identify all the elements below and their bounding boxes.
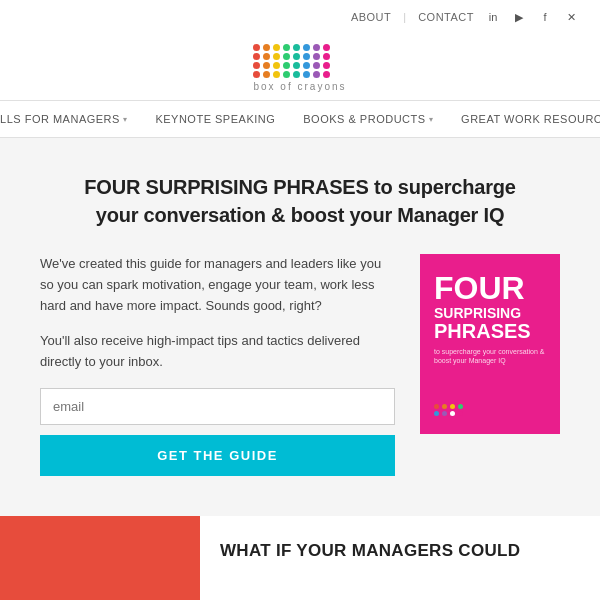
nav-coaching[interactable]: COACHING SKILLS FOR MANAGERS ▾ [0,101,141,137]
logo-dot [283,44,290,51]
top-bar-links: ABOUT | CONTACT [351,11,474,23]
logo-dot [293,53,300,60]
book-cover: FOUR SURPRISING PHRASES to supercharge y… [420,254,560,434]
social-icons: in ▶ f ✕ [484,8,580,26]
chevron-down-icon: ▾ [123,115,128,124]
logo-dot [293,71,300,78]
logo-dot [323,71,330,78]
logo-dot [253,62,260,69]
bottom-right: WHAT IF YOUR MANAGERS COULD [200,516,600,600]
logo-dot [283,53,290,60]
hero-desc2: You'll also receive high-impact tips and… [40,331,395,373]
logo-dot [273,62,280,69]
logo-dot [273,44,280,51]
logo-dots [253,44,346,78]
logo-dot [253,53,260,60]
logo-dot [283,62,290,69]
book-title-surprising: SURPRISING [434,306,546,321]
hero-section: FOUR SURPRISING PHRASES to supercharge y… [0,138,600,516]
logo-dot [313,71,320,78]
email-input[interactable] [40,388,395,425]
twitter-icon[interactable]: ✕ [562,8,580,26]
top-bar: ABOUT | CONTACT in ▶ f ✕ [0,0,600,34]
book-title-four: FOUR [434,272,546,304]
logo-dot [253,71,260,78]
logo-dot [263,71,270,78]
logo-dot [303,53,310,60]
book-subtitle: to supercharge your conversation & boost… [434,347,546,365]
logo-dot [323,44,330,51]
nav-keynote[interactable]: KEYNOTE SPEAKING [141,101,289,137]
bottom-left-image [0,516,200,600]
youtube-icon[interactable]: ▶ [510,8,528,26]
logo-dot [263,44,270,51]
logo-area: box of crayons [0,34,600,100]
linkedin-icon[interactable]: in [484,8,502,26]
hero-content: We've created this guide for managers an… [40,254,560,476]
logo-dot [303,62,310,69]
logo-dot [293,62,300,69]
book-logo-dots [434,404,546,416]
nav-books[interactable]: BOOKS & PRODUCTS ▾ [289,101,447,137]
logo-dot [263,53,270,60]
divider: | [403,11,406,23]
hero-left: We've created this guide for managers an… [40,254,395,476]
get-guide-button[interactable]: GET THE GUIDE [40,435,395,476]
logo-dot [313,44,320,51]
hero-desc1: We've created this guide for managers an… [40,254,395,316]
logo-dot [323,53,330,60]
logo-dot [263,62,270,69]
nav-resources[interactable]: GREAT WORK RESOURCES ▾ [447,101,600,137]
facebook-icon[interactable]: f [536,8,554,26]
contact-link[interactable]: CONTACT [418,11,474,23]
logo-dot [303,44,310,51]
logo-dot [313,53,320,60]
bottom-section: WHAT IF YOUR MANAGERS COULD [0,516,600,600]
logo-dot [283,71,290,78]
main-nav: COACHING SKILLS FOR MANAGERS ▾ KEYNOTE S… [0,100,600,138]
logo-text[interactable]: box of crayons [253,81,346,92]
about-link[interactable]: ABOUT [351,11,391,23]
logo-dot [273,71,280,78]
logo-dot [323,62,330,69]
logo-dot [273,53,280,60]
bottom-heading: WHAT IF YOUR MANAGERS COULD [220,541,580,561]
book-title-phrases: PHRASES [434,321,546,341]
logo-dot [253,44,260,51]
chevron-down-icon: ▾ [429,115,434,124]
logo-dot [303,71,310,78]
hero-title: FOUR SURPRISING PHRASES to supercharge y… [40,173,560,229]
logo-dot [293,44,300,51]
logo-dot [313,62,320,69]
